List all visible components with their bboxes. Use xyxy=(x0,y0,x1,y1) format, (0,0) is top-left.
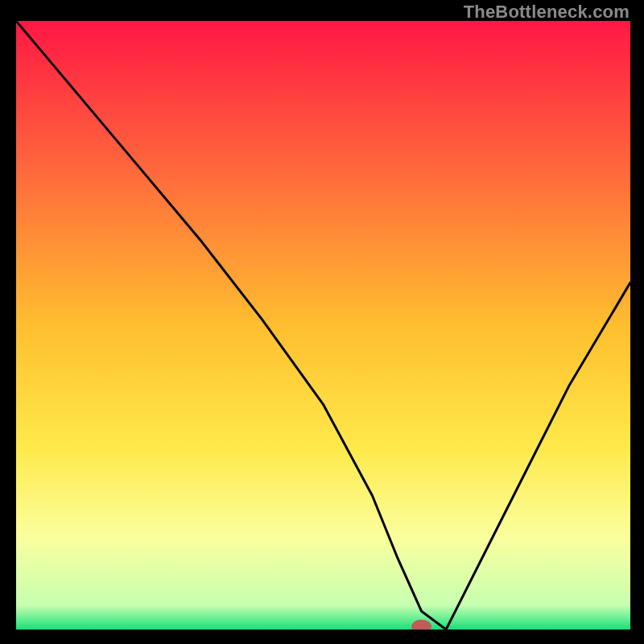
chart-frame: TheBottleneck.com xyxy=(0,0,644,644)
minimum-marker xyxy=(412,620,431,630)
plot-svg xyxy=(16,21,630,630)
gradient-background xyxy=(16,21,630,630)
plot-area xyxy=(16,21,630,630)
watermark-label: TheBottleneck.com xyxy=(464,2,630,23)
